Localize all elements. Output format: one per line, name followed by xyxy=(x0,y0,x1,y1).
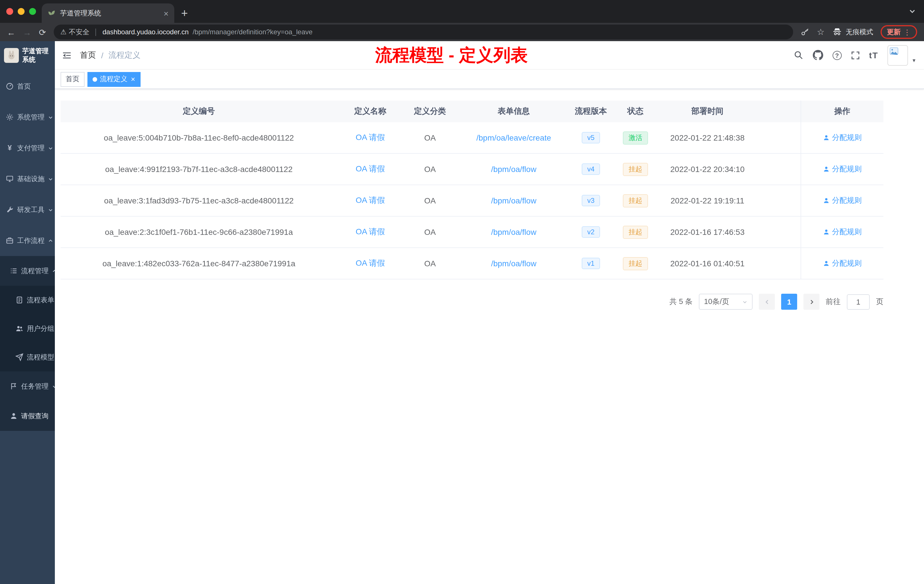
user-icon xyxy=(823,260,830,267)
prev-page-button[interactable] xyxy=(759,294,775,310)
sidebar-item-payment-management[interactable]: ¥ 支付管理 xyxy=(0,133,55,163)
tab-close-icon[interactable]: × xyxy=(163,9,168,17)
github-icon[interactable] xyxy=(813,50,823,61)
tag-close-icon[interactable]: × xyxy=(131,76,135,83)
window-controls xyxy=(0,0,42,23)
chrome-update-button[interactable]: 更新 ⋮ xyxy=(881,25,917,39)
new-tab-button[interactable]: + xyxy=(181,7,188,19)
search-icon[interactable] xyxy=(794,50,804,60)
sidebar-item-infrastructure[interactable]: 基础设施 xyxy=(0,163,55,194)
security-warning[interactable]: ⚠ 不安全 xyxy=(60,27,89,37)
tag-home[interactable]: 首页 xyxy=(61,72,84,87)
forward-icon[interactable]: → xyxy=(23,28,31,36)
chevron-down-icon xyxy=(48,145,53,150)
breadcrumb-separator: / xyxy=(101,51,104,60)
version-badge: v4 xyxy=(581,163,600,175)
breadcrumb: 首页 / 流程定义 xyxy=(80,50,140,60)
avatar-caret-down-icon[interactable]: ▾ xyxy=(912,57,916,66)
sidebar-item-user-group[interactable]: 用户分组 xyxy=(0,314,55,343)
assign-rule-link[interactable]: 分配规则 xyxy=(823,195,862,206)
deploy-time: 2022-01-22 20:34:10 xyxy=(660,165,755,174)
document-icon xyxy=(15,296,23,304)
sidebar-item-label: 流程模型 xyxy=(27,352,54,362)
sidebar-item-system-management[interactable]: 系统管理 xyxy=(0,102,55,133)
table-row: oa_leave:5:004b710b-7b8a-11ec-8ef0-acde4… xyxy=(61,122,883,154)
sidebar-item-dev-tools[interactable]: 研发工具 xyxy=(0,194,55,225)
definition-id: oa_leave:4:991f2193-7b7f-11ec-a3c8-acde4… xyxy=(61,165,337,174)
page-content: 定义编号 定义名称 定义分类 表单信息 流程版本 状态 部署时间 操作 oa_l… xyxy=(55,89,924,310)
chevron-up-icon xyxy=(48,238,53,243)
sidebar-item-process-form[interactable]: 流程表单 xyxy=(0,286,55,314)
bookmark-star-icon[interactable]: ☆ xyxy=(817,27,825,37)
sidebar-item-home[interactable]: 首页 xyxy=(0,71,55,102)
sidebar-menu: 首页 系统管理 ¥ 支付管理 基础设施 xyxy=(0,70,55,584)
form-info-link[interactable]: /bpm/oa/flow xyxy=(491,165,536,174)
sidebar-item-leave-query[interactable]: 请假查询 xyxy=(0,401,55,431)
reload-icon[interactable]: ⟳ xyxy=(39,28,46,36)
browser-menu-icon[interactable]: ⋮ xyxy=(903,28,911,36)
next-page-button[interactable] xyxy=(804,294,819,310)
sidebar-item-process-model[interactable]: 流程模型 xyxy=(0,343,55,371)
definition-name-link[interactable]: OA 请假 xyxy=(356,227,385,236)
key-icon[interactable] xyxy=(800,27,809,36)
tab-search-chevron-icon[interactable] xyxy=(909,7,916,15)
breadcrumb-home[interactable]: 首页 xyxy=(80,50,96,60)
page-size-select[interactable]: 10条/页 xyxy=(699,294,752,310)
definition-name-link[interactable]: OA 请假 xyxy=(356,164,385,173)
page-size-value: 10条/页 xyxy=(704,297,729,307)
back-icon[interactable]: ← xyxy=(7,28,15,36)
chevron-up-icon xyxy=(52,268,55,274)
page-unit-label: 页 xyxy=(876,297,883,307)
font-size-icon[interactable]: tT xyxy=(869,50,878,60)
sidebar-item-process-management[interactable]: 流程管理 xyxy=(0,256,55,286)
yen-icon: ¥ xyxy=(6,144,14,152)
window-zoom-button[interactable] xyxy=(29,8,36,15)
chevron-down-icon xyxy=(48,176,53,181)
assign-rule-link[interactable]: 分配规则 xyxy=(823,227,862,237)
assign-rule-link[interactable]: 分配规则 xyxy=(823,258,862,269)
monitor-icon xyxy=(6,175,14,183)
definition-id: oa_leave:1:482ec033-762a-11ec-8477-a2380… xyxy=(61,259,337,268)
window-close-button[interactable] xyxy=(6,8,13,15)
form-info-link[interactable]: /bpm/oa/leave/create xyxy=(476,133,551,142)
definition-name-link[interactable]: OA 请假 xyxy=(356,195,385,205)
user-icon xyxy=(10,412,18,420)
assign-rule-link[interactable]: 分配规则 xyxy=(823,133,862,143)
sidebar-item-label: 请假查询 xyxy=(21,411,49,421)
column-header: 流程版本 xyxy=(571,106,611,117)
help-icon[interactable]: ? xyxy=(833,51,842,60)
tab-title: 芋道管理系统 xyxy=(60,8,159,18)
tag-process-definition[interactable]: 流程定义 × xyxy=(87,72,140,87)
version-badge: v1 xyxy=(581,258,600,269)
form-info-link[interactable]: /bpm/oa/flow xyxy=(491,196,536,205)
status-badge: 挂起 xyxy=(623,226,648,239)
fullscreen-icon[interactable] xyxy=(851,51,860,60)
paper-plane-icon xyxy=(15,353,23,361)
browser-tab[interactable]: 芋道管理系统 × xyxy=(42,3,174,23)
definition-name-link[interactable]: OA 请假 xyxy=(356,133,385,142)
incognito-indicator: 无痕模式 xyxy=(832,27,873,37)
app-logo[interactable]: 芋道管理系统 xyxy=(0,41,55,70)
users-icon xyxy=(15,325,23,333)
version-badge: v5 xyxy=(581,132,600,144)
definition-name-link[interactable]: OA 请假 xyxy=(356,258,385,267)
sidebar-item-label: 流程管理 xyxy=(21,266,49,276)
form-info-link[interactable]: /bpm/oa/flow xyxy=(491,228,536,237)
sidebar-item-workflow[interactable]: 工作流程 xyxy=(0,225,55,256)
window-minimize-button[interactable] xyxy=(18,8,25,15)
sidebar-item-label: 用户分组 xyxy=(27,324,54,333)
status-badge: 挂起 xyxy=(623,194,648,207)
sidebar-fold-icon[interactable] xyxy=(62,50,72,60)
definition-category: OA xyxy=(403,133,457,142)
goto-page-input[interactable] xyxy=(847,294,870,309)
main-area: 首页 / 流程定义 流程模型 - 定义列表 ? tT ▾ xyxy=(55,41,924,584)
address-bar[interactable]: ⚠ 不安全 dashboard.yudao.iocoder.cn/bpm/man… xyxy=(53,25,793,40)
assign-rule-link[interactable]: 分配规则 xyxy=(823,164,862,174)
column-header: 状态 xyxy=(611,106,660,117)
avatar[interactable] xyxy=(888,45,908,66)
tags-view: 首页 流程定义 × xyxy=(55,70,924,89)
user-icon xyxy=(823,134,830,141)
page-number-active[interactable]: 1 xyxy=(781,294,797,310)
form-info-link[interactable]: /bpm/oa/flow xyxy=(491,259,536,268)
sidebar-item-task-management[interactable]: 任务管理 xyxy=(0,371,55,401)
